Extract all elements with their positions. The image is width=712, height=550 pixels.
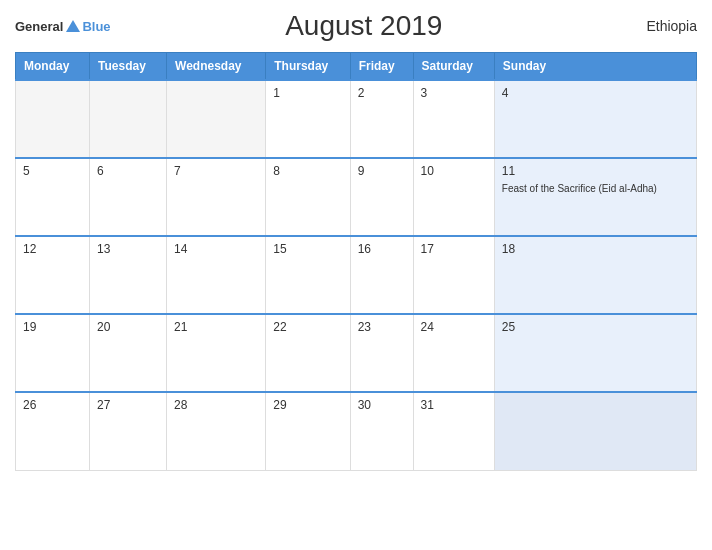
calendar-day[interactable]: 5 (16, 158, 90, 236)
day-number: 3 (421, 86, 487, 100)
logo: General Blue (15, 19, 111, 34)
calendar-week-2: 567891011Feast of the Sacrifice (Eid al-… (16, 158, 697, 236)
day-number: 10 (421, 164, 487, 178)
calendar-table: Monday Tuesday Wednesday Thursday Friday… (15, 52, 697, 471)
day-number: 29 (273, 398, 342, 412)
day-number: 22 (273, 320, 342, 334)
day-number: 28 (174, 398, 258, 412)
day-number: 26 (23, 398, 82, 412)
header-saturday: Saturday (413, 53, 494, 81)
calendar-day[interactable]: 22 (266, 314, 350, 392)
logo-blue-text: Blue (82, 19, 110, 34)
calendar-day[interactable]: 29 (266, 392, 350, 470)
country-label: Ethiopia (617, 18, 697, 34)
calendar-day[interactable]: 27 (90, 392, 167, 470)
day-number: 5 (23, 164, 82, 178)
day-number: 12 (23, 242, 82, 256)
calendar-day[interactable]: 18 (494, 236, 696, 314)
calendar-day[interactable] (16, 80, 90, 158)
calendar-week-3: 12131415161718 (16, 236, 697, 314)
header-friday: Friday (350, 53, 413, 81)
day-number: 11 (502, 164, 689, 178)
calendar-day[interactable]: 15 (266, 236, 350, 314)
header-monday: Monday (16, 53, 90, 81)
header-sunday: Sunday (494, 53, 696, 81)
day-number: 17 (421, 242, 487, 256)
calendar-title: August 2019 (111, 10, 617, 42)
header-wednesday: Wednesday (167, 53, 266, 81)
day-number: 16 (358, 242, 406, 256)
calendar-week-4: 19202122232425 (16, 314, 697, 392)
day-number: 20 (97, 320, 159, 334)
calendar-week-5: 262728293031 (16, 392, 697, 470)
calendar-day[interactable]: 23 (350, 314, 413, 392)
calendar-week-1: 1234 (16, 80, 697, 158)
calendar-day[interactable]: 10 (413, 158, 494, 236)
calendar-day[interactable]: 2 (350, 80, 413, 158)
header-tuesday: Tuesday (90, 53, 167, 81)
day-number: 23 (358, 320, 406, 334)
calendar-day[interactable]: 26 (16, 392, 90, 470)
day-number: 27 (97, 398, 159, 412)
calendar-day[interactable]: 7 (167, 158, 266, 236)
calendar-day[interactable]: 6 (90, 158, 167, 236)
day-number: 15 (273, 242, 342, 256)
day-number: 6 (97, 164, 159, 178)
calendar-day[interactable]: 21 (167, 314, 266, 392)
calendar-day[interactable]: 24 (413, 314, 494, 392)
calendar-day[interactable]: 4 (494, 80, 696, 158)
day-number: 31 (421, 398, 487, 412)
calendar-day[interactable]: 20 (90, 314, 167, 392)
day-number: 4 (502, 86, 689, 100)
calendar-day[interactable] (494, 392, 696, 470)
day-number: 8 (273, 164, 342, 178)
calendar-day[interactable]: 11Feast of the Sacrifice (Eid al-Adha) (494, 158, 696, 236)
day-number: 30 (358, 398, 406, 412)
calendar-day[interactable]: 13 (90, 236, 167, 314)
calendar-day[interactable]: 9 (350, 158, 413, 236)
calendar-day[interactable]: 28 (167, 392, 266, 470)
logo-general-text: General (15, 19, 63, 34)
event-label: Feast of the Sacrifice (Eid al-Adha) (502, 183, 657, 194)
day-number: 14 (174, 242, 258, 256)
calendar-day[interactable]: 14 (167, 236, 266, 314)
day-number: 9 (358, 164, 406, 178)
header-thursday: Thursday (266, 53, 350, 81)
calendar-day[interactable]: 8 (266, 158, 350, 236)
day-number: 7 (174, 164, 258, 178)
calendar-day[interactable]: 25 (494, 314, 696, 392)
day-number: 21 (174, 320, 258, 334)
calendar-day[interactable]: 17 (413, 236, 494, 314)
calendar-day[interactable] (167, 80, 266, 158)
calendar-day[interactable] (90, 80, 167, 158)
calendar-day[interactable]: 19 (16, 314, 90, 392)
calendar-day[interactable]: 31 (413, 392, 494, 470)
day-number: 19 (23, 320, 82, 334)
day-number: 24 (421, 320, 487, 334)
day-number: 18 (502, 242, 689, 256)
calendar-day[interactable]: 16 (350, 236, 413, 314)
logo-triangle-icon (66, 20, 80, 32)
calendar-day[interactable]: 1 (266, 80, 350, 158)
day-number: 1 (273, 86, 342, 100)
day-number: 2 (358, 86, 406, 100)
calendar-header-row: Monday Tuesday Wednesday Thursday Friday… (16, 53, 697, 81)
day-number: 25 (502, 320, 689, 334)
header: General Blue August 2019 Ethiopia (15, 10, 697, 42)
calendar-day[interactable]: 12 (16, 236, 90, 314)
calendar-page: General Blue August 2019 Ethiopia Monday… (0, 0, 712, 550)
calendar-day[interactable]: 3 (413, 80, 494, 158)
day-number: 13 (97, 242, 159, 256)
calendar-day[interactable]: 30 (350, 392, 413, 470)
